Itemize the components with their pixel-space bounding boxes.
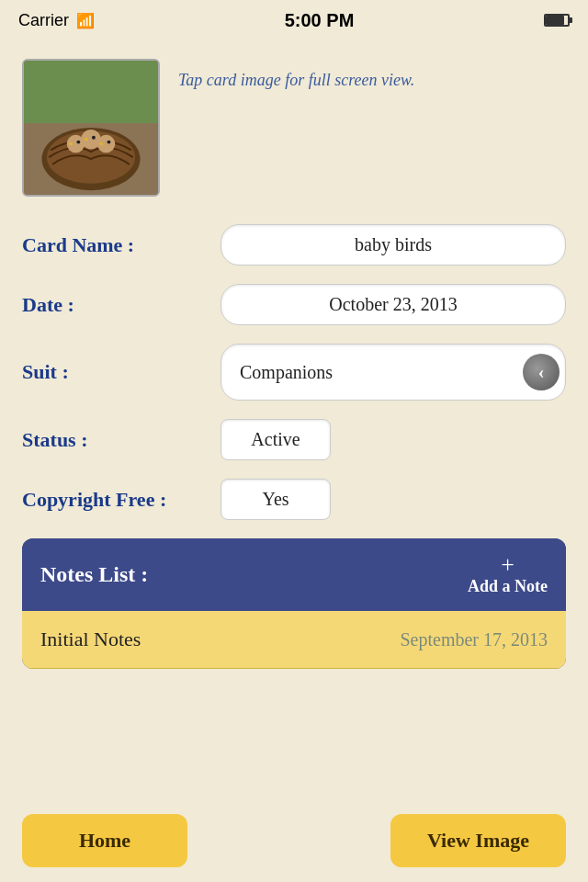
date-row: Date : October 23, 2013 — [22, 284, 566, 325]
card-name-row: Card Name : baby birds — [22, 224, 566, 266]
battery-icon — [544, 14, 570, 27]
home-button[interactable]: Home — [22, 814, 187, 867]
battery-fill — [546, 16, 564, 25]
svg-point-9 — [107, 141, 111, 144]
card-image-svg — [24, 61, 158, 195]
status-row: Status : Active — [22, 419, 566, 460]
status-bar-left: Carrier 📶 — [18, 11, 95, 30]
suit-input-container[interactable]: Companions ‹ — [220, 344, 566, 401]
status-bar: Carrier 📶 5:00 PM — [0, 0, 588, 40]
notes-item[interactable]: Initial Notes September 17, 2013 — [22, 611, 566, 669]
notes-title: Notes List : — [40, 562, 148, 587]
svg-point-7 — [76, 141, 80, 144]
top-section: Tap card image for full screen view. — [22, 59, 566, 197]
add-note-label: Add a Note — [468, 577, 548, 596]
copyright-value[interactable]: Yes — [220, 479, 331, 520]
suit-back-button[interactable]: ‹ — [523, 354, 560, 390]
svg-point-8 — [92, 136, 96, 140]
main-content: Tap card image for full screen view. Car… — [0, 40, 588, 779]
add-note-button[interactable]: + Add a Note — [468, 553, 548, 596]
date-label: Date : — [22, 293, 206, 317]
wifi-icon: 📶 — [76, 12, 95, 29]
card-image[interactable] — [22, 59, 160, 197]
svg-rect-1 — [24, 61, 158, 123]
tap-hint: Tap card image for full screen view. — [178, 59, 414, 93]
suit-row: Suit : Companions ‹ — [22, 344, 566, 401]
view-image-button[interactable]: View Image — [390, 814, 566, 867]
status-bar-right — [544, 14, 570, 27]
notes-section: Notes List : + Add a Note Initial Notes … — [22, 538, 566, 669]
suit-value: Companions — [240, 362, 333, 383]
notes-item-title: Initial Notes — [40, 628, 141, 651]
suit-label: Suit : — [22, 360, 206, 384]
notes-header: Notes List : + Add a Note — [22, 538, 566, 611]
status-value[interactable]: Active — [220, 419, 331, 460]
bottom-spacer — [22, 687, 566, 761]
date-value[interactable]: October 23, 2013 — [220, 284, 566, 325]
card-name-label: Card Name : — [22, 233, 206, 257]
form-section: Card Name : baby birds Date : October 23… — [22, 224, 566, 520]
bottom-bar: Home View Image — [0, 799, 588, 882]
carrier-label: Carrier — [18, 11, 69, 30]
chevron-left-icon: ‹ — [538, 363, 545, 381]
notes-list: Initial Notes September 17, 2013 — [22, 611, 566, 669]
copyright-row: Copyright Free : Yes — [22, 479, 566, 520]
status-bar-time: 5:00 PM — [285, 10, 355, 31]
card-name-value[interactable]: baby birds — [220, 224, 566, 266]
status-label: Status : — [22, 428, 206, 452]
copyright-label: Copyright Free : — [22, 488, 206, 512]
add-note-plus-icon: + — [501, 553, 514, 577]
notes-item-date: September 17, 2013 — [400, 629, 548, 650]
